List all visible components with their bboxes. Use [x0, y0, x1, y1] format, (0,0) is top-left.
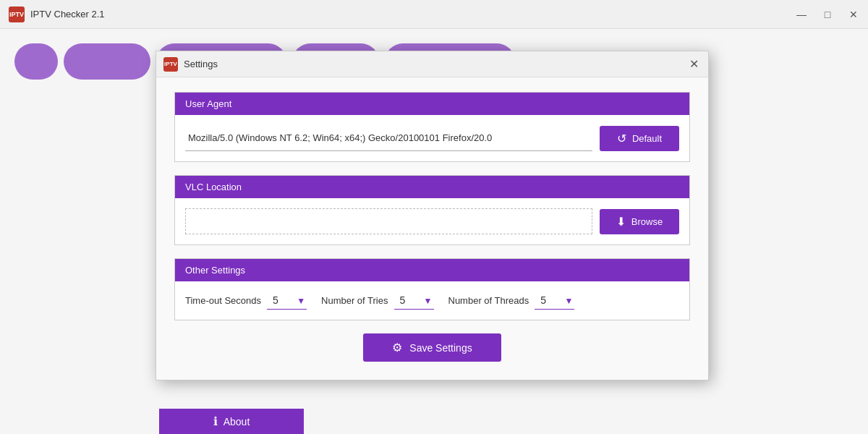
vlc-location-body: ⬇ Browse [175, 198, 689, 244]
dialog-title: Settings [184, 59, 686, 69]
user-agent-header: User Agent [175, 93, 689, 115]
tries-group: Number of Tries 5 1 2 3 4 6 7 [321, 292, 433, 310]
tries-label: Number of Tries [321, 295, 388, 306]
save-settings-button[interactable]: ⚙ Save Settings [363, 333, 501, 362]
save-button-row: ⚙ Save Settings [174, 333, 690, 362]
threads-select-wrapper: 5 1 2 3 4 6 7 8 9 10 [535, 292, 574, 310]
window-controls: — □ ✕ [794, 9, 861, 20]
other-settings-header: Other Settings [175, 259, 689, 281]
dialog-close-button[interactable]: ✕ [686, 57, 701, 71]
close-button[interactable]: ✕ [846, 9, 861, 20]
about-button[interactable]: ℹ About [159, 409, 304, 434]
timeout-label: Time-out Seconds [185, 295, 261, 306]
vlc-location-header: VLC Location [175, 176, 689, 198]
gear-icon: ⚙ [392, 341, 402, 354]
bg-btn-2 [64, 43, 150, 80]
user-agent-row: ↺ Default [185, 125, 679, 151]
tries-select[interactable]: 5 1 2 3 4 6 7 8 9 10 [394, 292, 434, 310]
minimize-button[interactable]: — [794, 9, 809, 20]
other-settings-body: Time-out Seconds 5 1 2 3 4 6 7 [175, 281, 689, 320]
tries-select-wrapper: 5 1 2 3 4 6 7 8 9 10 [394, 292, 434, 310]
default-button[interactable]: ↺ Default [600, 126, 679, 151]
timeout-select-wrapper: 5 1 2 3 4 6 7 8 9 10 [267, 292, 307, 310]
timeout-group: Time-out Seconds 5 1 2 3 4 6 7 [185, 292, 307, 310]
bg-btn-1 [14, 43, 58, 80]
timeout-select[interactable]: 5 1 2 3 4 6 7 8 9 10 [267, 292, 307, 310]
threads-group: Number of Threads 5 1 2 3 4 6 7 [448, 292, 575, 310]
user-agent-body: ↺ Default [175, 115, 689, 161]
vlc-path-input[interactable] [185, 208, 592, 234]
dialog-content: User Agent ↺ Default VLC Location [156, 77, 708, 380]
vlc-row: ⬇ Browse [185, 208, 679, 234]
other-settings-section: Other Settings Time-out Seconds 5 1 2 [174, 258, 690, 320]
default-icon: ↺ [617, 132, 626, 145]
other-settings-row: Time-out Seconds 5 1 2 3 4 6 7 [185, 292, 679, 310]
dialog-logo: IPTV [163, 57, 178, 72]
user-agent-section: User Agent ↺ Default [174, 92, 690, 162]
info-icon: ℹ [213, 414, 218, 428]
app-background: ℹ About IPTV Settings ✕ User Agent ↺ [0, 29, 868, 434]
title-bar: IPTV IPTV Checker 2.1 — □ ✕ [0, 0, 868, 29]
app-title: IPTV Checker 2.1 [30, 9, 105, 20]
browse-button[interactable]: ⬇ Browse [600, 209, 679, 234]
vlc-location-section: VLC Location ⬇ Browse [174, 175, 690, 245]
about-label: About [224, 416, 250, 427]
browse-icon: ⬇ [616, 215, 626, 229]
settings-dialog: IPTV Settings ✕ User Agent ↺ Default [156, 51, 709, 380]
dialog-titlebar: IPTV Settings ✕ [156, 51, 708, 77]
maximize-button[interactable]: □ [820, 9, 835, 20]
threads-label: Number of Threads [448, 295, 529, 306]
user-agent-input[interactable] [185, 125, 592, 151]
app-logo: IPTV [9, 7, 25, 22]
threads-select[interactable]: 5 1 2 3 4 6 7 8 9 10 [535, 292, 574, 310]
